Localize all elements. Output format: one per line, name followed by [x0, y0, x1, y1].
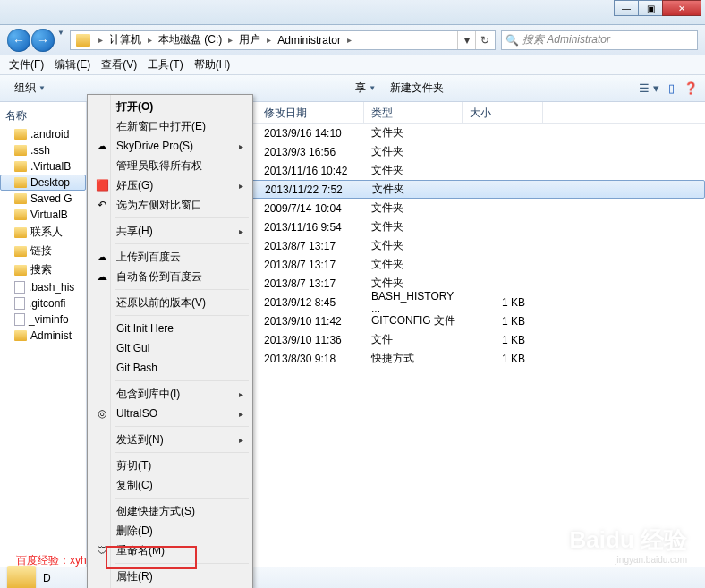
tree-item-label: VirtualB [30, 209, 68, 221]
preview-pane-icon[interactable]: ▯ [668, 81, 675, 95]
context-menu-item[interactable]: 🛡重命名(M) [89, 541, 251, 560]
context-menu-item[interactable]: ☁SkyDrive Pro(S)▸ [89, 136, 251, 156]
address-dropdown-icon[interactable]: ▾ [457, 31, 475, 49]
column-header-type[interactable]: 类型 [364, 102, 463, 123]
cell-date: 2013/8/7 13:17 [257, 240, 364, 252]
cell-date: 2013/9/12 8:45 [257, 296, 364, 309]
context-menu-item[interactable]: 发送到(N)▸ [89, 430, 251, 449]
chevron-right-icon[interactable]: ▸ [262, 35, 276, 45]
context-menu-item[interactable]: Git Init Here [89, 319, 251, 338]
menu-item-icon: 🟥 [95, 178, 109, 192]
menu-item-label: SkyDrive Pro(S) [116, 140, 193, 152]
help-icon[interactable]: ❓ [684, 81, 698, 95]
menu-help[interactable]: 帮助(H) [194, 57, 231, 72]
tree-item[interactable]: VirtualB [0, 207, 86, 223]
file-icon [14, 281, 25, 294]
menu-item-label: 剪切(T) [116, 458, 151, 473]
tree-item[interactable]: _viminfo [0, 311, 86, 328]
context-menu-item[interactable]: 剪切(T) [89, 456, 251, 475]
column-header-size[interactable]: 大小 [463, 102, 543, 123]
menu-item-label: 属性(R) [116, 569, 153, 584]
breadcrumb[interactable]: 计算机 [107, 32, 143, 47]
tree-item-label: Administ [30, 329, 72, 342]
menu-file[interactable]: 文件(F) [9, 57, 44, 72]
context-menu-item[interactable]: ↶选为左侧对比窗口 [89, 195, 251, 215]
context-menu-item[interactable]: 在新窗口中打开(E) [89, 116, 251, 136]
close-button[interactable]: ✕ [662, 0, 701, 16]
refresh-icon[interactable]: ↻ [475, 31, 493, 49]
context-menu-item[interactable]: 包含到库中(I)▸ [89, 384, 251, 404]
context-menu-item[interactable]: 创建快捷方式(S) [89, 501, 251, 521]
breadcrumb[interactable]: Administrator [276, 34, 343, 47]
tree-item[interactable]: 搜索 [0, 260, 86, 279]
menu-item-label: Git Gui [116, 342, 149, 354]
tree-item-label: .VirtualB [30, 160, 71, 173]
navigation-tree: 名称 .android.ssh.VirtualBDesktopSaved GVi… [0, 102, 87, 567]
context-menu-item[interactable]: 打开(O) [89, 97, 251, 116]
context-menu-item[interactable]: Git Bash [89, 358, 251, 378]
context-menu-item[interactable]: 属性(R) [89, 567, 251, 586]
context-menu-item[interactable]: 删除(D) [89, 521, 251, 541]
minimize-button[interactable]: — [614, 0, 639, 16]
context-menu-item[interactable]: 还原以前的版本(V) [89, 293, 251, 312]
chevron-right-icon[interactable]: ▸ [94, 35, 107, 45]
maximize-button[interactable]: ▣ [638, 0, 663, 16]
back-button[interactable]: ← [7, 29, 30, 52]
cell-date: 2013/11/16 9:54 [257, 221, 364, 234]
context-menu-item[interactable]: ☁上传到百度云 [89, 247, 251, 267]
chevron-down-icon: ▼ [38, 84, 46, 92]
menu-view[interactable]: 查看(V) [101, 57, 137, 72]
navigation-bar: ← → ▼ ▸ 计算机 ▸ 本地磁盘 (C:) ▸ 用户 ▸ Administr… [0, 25, 705, 55]
organize-button[interactable]: 组织▼ [7, 78, 53, 98]
context-menu-item[interactable]: ☁自动备份到百度云 [89, 267, 251, 286]
cell-date: 2013/9/16 14:10 [257, 127, 364, 140]
cell-date: 2013/8/7 13:17 [257, 259, 364, 271]
folder-icon [14, 265, 27, 276]
column-header-name[interactable]: 名称 [0, 106, 86, 126]
chevron-right-icon[interactable]: ▸ [224, 35, 237, 45]
context-menu: 打开(O)在新窗口中打开(E)☁SkyDrive Pro(S)▸管理员取得所有权… [87, 94, 253, 588]
tree-item[interactable]: .bash_his [0, 279, 86, 295]
cell-type: 文件夹 [364, 219, 463, 234]
menu-item-label: 发送到(N) [116, 432, 164, 447]
folder-icon [7, 566, 36, 589]
search-input[interactable]: 🔍 搜索 Administrator [501, 30, 698, 50]
cell-size: 1 KB [463, 296, 543, 309]
new-folder-button[interactable]: 新建文件夹 [383, 78, 451, 98]
tree-item[interactable]: 链接 [0, 242, 86, 260]
tree-item[interactable]: .gitconfi [0, 295, 86, 311]
menu-item-label: 打开(O) [116, 99, 153, 115]
cell-size: 1 KB [463, 353, 543, 365]
context-menu-item[interactable]: 共享(H)▸ [89, 221, 251, 241]
menu-tools[interactable]: 工具(T) [148, 57, 183, 72]
menu-item-label: 包含到库中(I) [116, 387, 180, 402]
forward-button[interactable]: → [31, 29, 55, 52]
tree-item[interactable]: .VirtualB [0, 158, 86, 175]
history-dropdown-icon[interactable]: ▼ [57, 29, 64, 52]
menu-item-label: 选为左侧对比窗口 [116, 198, 202, 213]
address-bar[interactable]: ▸ 计算机 ▸ 本地磁盘 (C:) ▸ 用户 ▸ Administrator ▸… [70, 30, 496, 50]
share-button[interactable]: 享▼ [348, 78, 383, 98]
view-options-icon[interactable]: ☰ ▾ [639, 81, 659, 95]
chevron-right-icon[interactable]: ▸ [343, 35, 356, 45]
context-menu-item[interactable]: 管理员取得所有权 [89, 156, 251, 175]
column-header-date[interactable]: 修改日期 [257, 102, 364, 123]
context-menu-item[interactable]: ◎UltraISO▸ [89, 404, 251, 423]
menu-item-label: UltraISO [116, 407, 157, 420]
details-name: D [43, 572, 51, 584]
context-menu-item[interactable]: 🟥好压(G)▸ [89, 175, 251, 195]
menu-edit[interactable]: 编辑(E) [55, 57, 90, 72]
context-menu-item[interactable]: 复制(C) [89, 475, 251, 495]
cell-size: 1 KB [463, 315, 543, 328]
breadcrumb[interactable]: 用户 [237, 32, 262, 47]
tree-item[interactable]: .ssh [0, 142, 86, 158]
tree-item[interactable]: 联系人 [0, 223, 86, 242]
breadcrumb[interactable]: 本地磁盘 (C:) [157, 32, 224, 47]
cell-date: 2009/7/14 10:04 [257, 202, 364, 215]
tree-item[interactable]: Desktop [0, 175, 86, 191]
tree-item[interactable]: Saved G [0, 191, 86, 207]
tree-item[interactable]: .android [0, 126, 86, 142]
chevron-right-icon[interactable]: ▸ [143, 35, 157, 45]
context-menu-item[interactable]: Git Gui [89, 338, 251, 358]
tree-item[interactable]: Administ [0, 328, 86, 344]
